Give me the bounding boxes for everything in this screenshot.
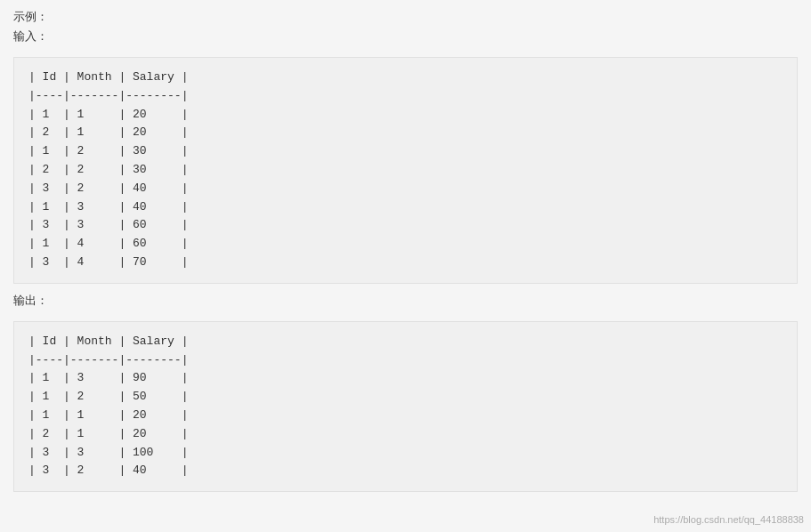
- input-label: 输入：: [13, 28, 798, 44]
- example-section: 示例： 输入：: [13, 9, 798, 44]
- output-label: 输出：: [13, 293, 798, 309]
- example-label: 示例：: [13, 9, 798, 25]
- output-table: | Id | Month | Salary | |----|-------|--…: [13, 321, 798, 492]
- output-section: 输出：: [13, 293, 798, 309]
- input-table: | Id | Month | Salary | |----|-------|--…: [13, 57, 798, 284]
- watermark-text: https://blog.csdn.net/qq_44188838: [653, 514, 804, 525]
